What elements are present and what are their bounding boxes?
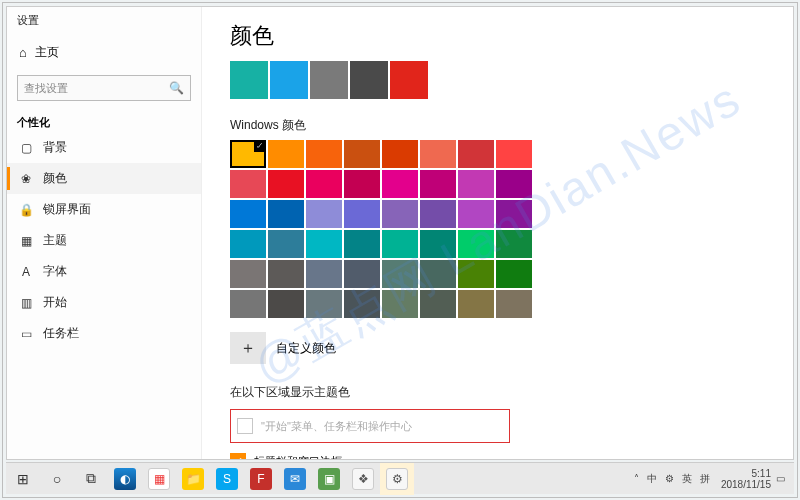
color-swatch[interactable]: [268, 230, 304, 258]
taskbar-app[interactable]: ✉: [278, 463, 312, 495]
color-swatch[interactable]: [306, 230, 342, 258]
color-swatch[interactable]: [420, 140, 456, 168]
taskbar-app[interactable]: F: [244, 463, 278, 495]
color-swatch[interactable]: [496, 200, 532, 228]
sidebar-item[interactable]: 🔒锁屏界面: [7, 194, 201, 225]
page-title: 颜色: [230, 21, 765, 51]
sidebar-item[interactable]: ▭任务栏: [7, 318, 201, 349]
recent-color-swatch[interactable]: [390, 61, 428, 99]
nav-label: 任务栏: [43, 325, 79, 342]
color-swatch[interactable]: [230, 290, 266, 318]
color-swatch[interactable]: [458, 290, 494, 318]
checkbox-icon: [237, 418, 253, 434]
nav-label: 主题: [43, 232, 67, 249]
color-swatch[interactable]: [344, 140, 380, 168]
recent-color-swatch[interactable]: [350, 61, 388, 99]
sidebar-item[interactable]: ▥开始: [7, 287, 201, 318]
color-swatch[interactable]: [420, 260, 456, 288]
color-swatch[interactable]: [344, 230, 380, 258]
nav-list: ▢背景❀颜色🔒锁屏界面▦主题A字体▥开始▭任务栏: [7, 132, 201, 349]
color-swatch[interactable]: [268, 170, 304, 198]
color-swatch[interactable]: [496, 140, 532, 168]
color-swatch[interactable]: [230, 260, 266, 288]
color-swatch[interactable]: [382, 230, 418, 258]
nav-icon: A: [19, 265, 33, 279]
color-swatch[interactable]: [458, 230, 494, 258]
color-swatch[interactable]: [382, 290, 418, 318]
taskbar-app[interactable]: ◐: [108, 463, 142, 495]
color-swatch[interactable]: [230, 170, 266, 198]
color-swatch[interactable]: [496, 230, 532, 258]
color-swatch[interactable]: [458, 170, 494, 198]
surfaces-heading: 在以下区域显示主题色: [230, 384, 765, 401]
color-swatch[interactable]: [420, 200, 456, 228]
color-swatch[interactable]: [496, 290, 532, 318]
color-swatch[interactable]: [382, 140, 418, 168]
custom-color-button[interactable]: ＋: [230, 332, 266, 364]
nav-icon: ❀: [19, 172, 33, 186]
color-swatch[interactable]: [496, 260, 532, 288]
color-swatch[interactable]: [344, 200, 380, 228]
start-button[interactable]: ⊞: [6, 463, 40, 495]
color-swatch[interactable]: [230, 200, 266, 228]
nav-icon: ▦: [19, 234, 33, 248]
color-swatch[interactable]: [268, 200, 304, 228]
recent-color-swatch[interactable]: [310, 61, 348, 99]
color-swatch[interactable]: [268, 140, 304, 168]
color-swatch[interactable]: [420, 170, 456, 198]
taskbar-app[interactable]: ▦: [142, 463, 176, 495]
recent-color-swatch[interactable]: [230, 61, 268, 99]
tray-icon[interactable]: ⚙: [662, 473, 677, 484]
color-swatch[interactable]: [458, 200, 494, 228]
color-swatch[interactable]: [306, 200, 342, 228]
color-swatch[interactable]: [268, 290, 304, 318]
color-swatch[interactable]: [420, 230, 456, 258]
color-swatch[interactable]: [306, 290, 342, 318]
recent-color-swatch[interactable]: [270, 61, 308, 99]
checkbox-label: "开始"菜单、任务栏和操作中心: [261, 419, 412, 434]
checkbox-icon: ✓: [230, 453, 246, 459]
color-swatch[interactable]: [458, 260, 494, 288]
taskbar-app[interactable]: ❖: [346, 463, 380, 495]
taskbar-app[interactable]: S: [210, 463, 244, 495]
taskbar-app[interactable]: ▣: [312, 463, 346, 495]
color-swatch[interactable]: [306, 140, 342, 168]
system-tray[interactable]: ˄ 中 ⚙ 英 拼 5:11 2018/11/15 ▭: [631, 468, 794, 490]
color-swatch[interactable]: [268, 260, 304, 288]
sidebar-item[interactable]: A字体: [7, 256, 201, 287]
color-swatch[interactable]: [382, 170, 418, 198]
color-swatch[interactable]: [306, 260, 342, 288]
sidebar-item[interactable]: ❀颜色: [7, 163, 201, 194]
content-pane: 颜色 Windows 颜色 ✓ ＋ 自定义颜色 在以下区域显示主题色 "开始"菜…: [202, 7, 793, 459]
color-swatch[interactable]: [420, 290, 456, 318]
nav-label: 开始: [43, 294, 67, 311]
taskbar-app-settings[interactable]: ⚙: [380, 463, 414, 495]
sidebar-item[interactable]: ▦主题: [7, 225, 201, 256]
color-swatch[interactable]: ✓: [230, 140, 266, 168]
taskbar: ⊞ ○ ⧉ ◐ ▦ 📁 S F ✉ ▣ ❖ ⚙ ˄ 中 ⚙ 英 拼 5:11 2…: [6, 462, 794, 494]
color-swatch[interactable]: [382, 260, 418, 288]
nav-icon: ▢: [19, 141, 33, 155]
color-swatch[interactable]: [306, 170, 342, 198]
tray-overflow-icon[interactable]: ˄: [631, 473, 642, 484]
search-button[interactable]: ○: [40, 463, 74, 495]
ime-indicator[interactable]: 英: [679, 472, 695, 486]
color-swatch[interactable]: [496, 170, 532, 198]
taskview-button[interactable]: ⧉: [74, 463, 108, 495]
color-swatch[interactable]: [382, 200, 418, 228]
sidebar-item[interactable]: ▢背景: [7, 132, 201, 163]
color-swatch[interactable]: [230, 230, 266, 258]
color-swatch[interactable]: [344, 290, 380, 318]
ime-indicator[interactable]: 拼: [697, 472, 713, 486]
color-swatch[interactable]: [344, 170, 380, 198]
ime-indicator[interactable]: 中: [644, 472, 660, 486]
taskbar-app[interactable]: 📁: [176, 463, 210, 495]
home-button[interactable]: ⌂ 主页: [7, 38, 201, 67]
notifications-icon[interactable]: ▭: [773, 473, 788, 484]
search-input[interactable]: 查找设置 🔍: [17, 75, 191, 101]
nav-icon: ▭: [19, 327, 33, 341]
color-swatch[interactable]: [344, 260, 380, 288]
clock[interactable]: 5:11 2018/11/15: [721, 468, 771, 490]
color-swatch[interactable]: [458, 140, 494, 168]
checkbox-titlebars[interactable]: ✓ 标题栏和窗口边框: [230, 449, 765, 459]
